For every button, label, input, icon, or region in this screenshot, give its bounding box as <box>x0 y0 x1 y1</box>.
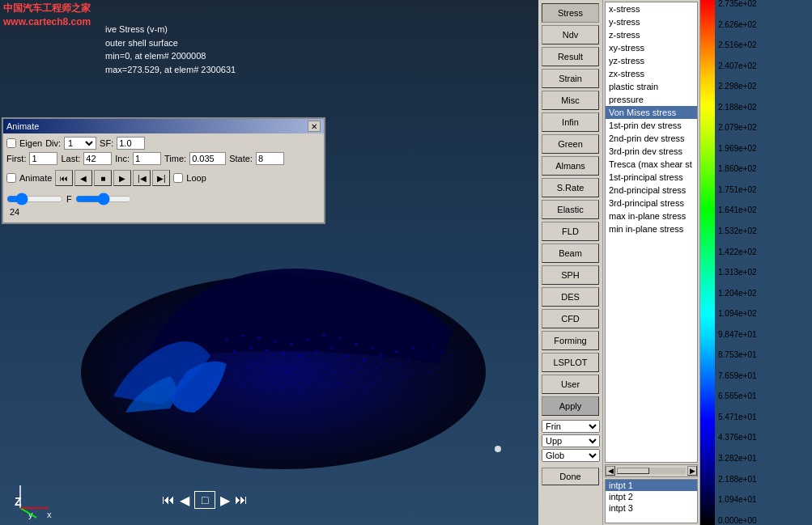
stress-button[interactable]: Stress <box>542 3 599 23</box>
colorbar-label: 2.626e+02 <box>718 21 757 29</box>
result-button[interactable]: Result <box>542 47 599 66</box>
beam-button[interactable]: Beam <box>542 243 599 263</box>
first-input[interactable] <box>29 152 57 165</box>
stress-list-item[interactable]: zx-stress <box>606 67 697 80</box>
stress-list-item[interactable]: 2nd-prin dev stress <box>606 132 697 145</box>
stress-list-item[interactable]: plastic strain <box>606 80 697 93</box>
svg-point-61 <box>274 383 276 385</box>
stress-list-item[interactable]: 2nd-principal stress <box>606 184 697 197</box>
animate-checkbox[interactable] <box>6 173 16 183</box>
stress-list-item[interactable]: 3rd-principal stress <box>606 197 697 210</box>
colorbar-label: 2.079e+02 <box>718 124 757 132</box>
upp-select[interactable]: Upp <box>542 434 600 447</box>
colorbar-label: 3.282e+01 <box>718 455 757 463</box>
time-input[interactable] <box>189 152 226 165</box>
vp-skip-start[interactable]: ⏮ <box>162 493 175 507</box>
almans-button[interactable]: Almans <box>542 156 599 176</box>
sf-input[interactable] <box>117 137 145 150</box>
svg-point-45 <box>392 367 393 369</box>
stress-list-item[interactable]: pressure <box>606 93 697 106</box>
svg-point-6 <box>307 339 309 341</box>
sf-label: SF: <box>100 138 113 148</box>
colorbar-label: 2.735e+02 <box>718 0 757 8</box>
h-scrollbar[interactable]: ◀ ▶ <box>605 464 698 477</box>
stress-list-item[interactable]: 1st-prin dev stress <box>606 119 697 132</box>
strain-button[interactable]: Strain <box>542 69 599 88</box>
done-button[interactable]: Done <box>542 468 599 485</box>
viewport-playback: ⏮ ◀ □ ▶ ⏭ <box>162 491 248 509</box>
svg-point-22 <box>412 347 415 349</box>
play-stop[interactable]: ■ <box>94 170 112 186</box>
stress-list-item[interactable]: x-stress <box>606 2 697 15</box>
animate-row-range: First: Last: Inc: Time: State: <box>6 152 321 165</box>
ndv-button[interactable]: Ndv <box>542 25 599 44</box>
svg-point-79 <box>420 367 422 369</box>
div-select[interactable]: 1 <box>64 137 96 150</box>
scroll-left[interactable]: ◀ <box>606 466 615 476</box>
fld-button[interactable]: FLD <box>542 222 599 241</box>
colorbar-label: 4.376e+01 <box>718 434 757 442</box>
stress-list-item[interactable]: xy-stress <box>606 41 697 54</box>
forming-button[interactable]: Forming <box>542 331 599 350</box>
user-button[interactable]: User <box>542 375 599 394</box>
inc-input[interactable] <box>133 152 161 165</box>
stress-list-item[interactable]: z-stress <box>606 28 697 41</box>
svg-point-38 <box>335 371 337 373</box>
stress-list-item[interactable]: 3rd-prin dev stress <box>606 145 697 158</box>
vp-skip-end[interactable]: ⏭ <box>235 493 248 507</box>
lsplot-button[interactable]: LSPLOT <box>542 353 599 372</box>
colorbar-label: 1.860e+02 <box>718 165 757 173</box>
play-step-prev[interactable]: |◀ <box>133 170 151 186</box>
stress-list-item[interactable]: Tresca (max shear st <box>606 158 697 171</box>
svg-point-44 <box>384 363 385 365</box>
glob-select[interactable]: Glob <box>542 449 600 462</box>
svg-point-52 <box>449 355 450 357</box>
intpt-list-item[interactable]: intpt 2 <box>606 491 697 502</box>
green-button[interactable]: Green <box>542 134 599 154</box>
apply-button[interactable]: Apply <box>542 396 599 416</box>
eigen-label: Eigen <box>19 138 42 148</box>
stress-list-item[interactable]: yz-stress <box>606 54 697 67</box>
stress-list-item[interactable]: max in-plane stress <box>606 210 697 222</box>
svg-point-82 <box>495 446 501 452</box>
play-prev[interactable]: ◀ <box>74 170 92 186</box>
play-step-next[interactable]: ▶| <box>152 170 170 186</box>
slider-right[interactable] <box>75 193 132 205</box>
infin-button[interactable]: Infin <box>542 112 599 132</box>
last-input[interactable] <box>83 152 112 165</box>
cfd-button[interactable]: CFD <box>542 309 599 328</box>
scroll-track <box>617 468 686 474</box>
svg-point-20 <box>380 355 382 358</box>
intpt-list-item[interactable]: intpt 3 <box>606 502 697 514</box>
sph-button[interactable]: SPH <box>542 265 599 285</box>
slider-left[interactable] <box>6 193 63 205</box>
svg-point-59 <box>258 383 260 385</box>
scroll-thumb[interactable] <box>617 468 649 474</box>
play-next[interactable]: ▶ <box>113 170 131 186</box>
animate-dialog-close[interactable]: ✕ <box>308 121 321 132</box>
state-input[interactable] <box>256 152 284 165</box>
elastic-button[interactable]: Elastic <box>542 200 599 219</box>
srate-button[interactable]: S.Rate <box>542 178 599 197</box>
vp-prev[interactable]: ◀ <box>180 493 189 508</box>
loop-checkbox[interactable] <box>173 173 183 183</box>
vp-next[interactable]: ▶ <box>220 493 230 508</box>
scroll-right[interactable]: ▶ <box>687 466 697 476</box>
stress-list[interactable]: x-stressy-stressz-stressxy-stressyz-stre… <box>605 2 698 463</box>
svg-point-16 <box>315 351 317 354</box>
stress-list-item[interactable]: Von Mises stress <box>606 106 697 119</box>
stress-list-item[interactable]: y-stress <box>606 15 697 28</box>
colorbar-label: 6.565e+01 <box>718 392 757 400</box>
svg-point-74 <box>380 379 381 381</box>
stress-list-item[interactable]: min in-plane stress <box>606 222 697 235</box>
stress-list-item[interactable]: 1st-principal stress <box>606 171 697 184</box>
play-skip-start[interactable]: ⏮ <box>55 170 73 186</box>
misc-button[interactable]: Misc <box>542 91 599 110</box>
svg-point-64 <box>299 387 300 389</box>
inc-label: Inc: <box>115 154 130 163</box>
intpt-list-item[interactable]: intpt 1 <box>606 480 697 491</box>
frin-select[interactable]: Frin <box>542 420 600 433</box>
des-button[interactable]: DES <box>542 287 599 307</box>
intpt-list-items: intpt 1intpt 2intpt 3 <box>606 480 697 514</box>
eigen-checkbox[interactable] <box>6 138 16 148</box>
